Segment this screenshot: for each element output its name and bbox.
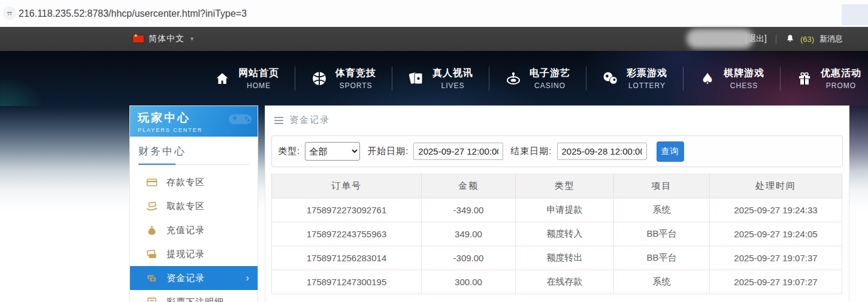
messages-link[interactable]: 新消息 [819, 34, 843, 44]
end-date-label: 结束日期: [510, 146, 552, 157]
nav-label-en: SPORTS [335, 81, 376, 90]
nav-label-zh: 优惠活动 [821, 67, 861, 80]
type-label: 类型: [278, 146, 300, 157]
page-title: 资金记录 [289, 114, 330, 126]
cell-amount: -349.00 [422, 198, 516, 222]
table-row: 1758972273092761 -349.00 申请提款 系统 2025-09… [272, 198, 842, 222]
sidebar-item-label: 充值记录 [167, 225, 205, 236]
nav-item-lottery[interactable]: 彩票游戏 LOTTERY [586, 67, 683, 90]
start-date-label: 开始日期: [367, 146, 409, 157]
nav-label-zh: 体育竞技 [335, 67, 376, 80]
col-amount: 金额 [422, 174, 516, 198]
list-icon [274, 117, 283, 124]
browser-toolbar-corner [842, 4, 868, 25]
funds-icon [146, 273, 158, 284]
nav-label-en: LIVES [433, 81, 473, 90]
sidebar-header: 玩家中心 PLAYERS CENTER [130, 106, 258, 137]
filter-bar: 类型: 全部 开始日期: 结束日期: 查询 [271, 135, 843, 167]
nav-label-zh: 真人视讯 [433, 67, 473, 80]
search-button[interactable]: 查询 [657, 141, 684, 162]
records-table: 订单号 金额 类型 项目 处理时间 1758972273092761 -349.… [271, 174, 842, 294]
bell-icon[interactable] [785, 34, 795, 44]
nav-label-en: PROMO [821, 81, 861, 90]
chevron-down-icon: ▼ [189, 36, 195, 42]
sidebar-subtitle: PLAYERS CENTER [138, 127, 258, 133]
lottery-balls-icon [601, 70, 619, 87]
utility-bar-right: [退出] (63) 新消息 [745, 34, 843, 44]
type-select[interactable]: 全部 [305, 142, 360, 161]
deposit-card-icon [146, 177, 158, 188]
section-underline [138, 164, 249, 165]
sidebar-item-deposit-zone[interactable]: 存款专区 [130, 170, 258, 194]
message-count[interactable]: (63) [800, 35, 814, 44]
sidebar-item-withdraw-zone[interactable]: 取款专区 [130, 194, 258, 218]
cash-out-icon [146, 249, 158, 260]
col-type: 类型 [516, 174, 614, 198]
main-panel: 资金记录 类型: 全部 开始日期: 结束日期: 查询 订单号 金额 [265, 106, 849, 302]
sidebar-item-label: 资金记录 [167, 273, 205, 284]
sidebar-item-lottery-bet-detail[interactable]: 彩票下注明细 [130, 290, 258, 302]
nav-label-zh: 电子游艺 [530, 67, 570, 80]
nav-label-zh: 网站首页 [238, 67, 279, 80]
nav-item-lives[interactable]: 真人视讯 LIVES [392, 67, 489, 90]
site-info-icon[interactable] [3, 7, 16, 20]
sidebar-item-label: 取款专区 [167, 201, 205, 212]
nav-label-zh: 彩票游戏 [627, 67, 667, 80]
table-row: 1758971256283014 -309.00 额度转出 BB平台 2025-… [272, 246, 842, 270]
table-row: 1758972243755963 349.00 额度转入 BB平台 2025-0… [272, 222, 842, 246]
cell-type: 额度转入 [516, 222, 614, 246]
language-selector[interactable]: 简体中文 ▼ [133, 34, 195, 44]
sidebar-item-funds-record[interactable]: 资金记录 › [130, 266, 258, 290]
main-nav: 网站首页 HOME 体育竞技 SPORTS [0, 51, 868, 106]
cell-order-no: 1758971247300195 [272, 270, 422, 294]
cell-process-time: 2025-09-27 19:24:33 [710, 198, 842, 222]
sidebar-item-label: 提现记录 [167, 249, 205, 260]
cell-amount: -309.00 [422, 246, 516, 270]
money-bag-icon [146, 225, 158, 236]
nav-item-sports[interactable]: 体育竞技 SPORTS [295, 67, 392, 90]
col-process-time: 处理时间 [710, 174, 842, 198]
nav-item-casino[interactable]: 电子游艺 CASINO [489, 67, 586, 90]
cell-order-no: 1758972243755963 [272, 222, 422, 246]
col-order-no: 订单号 [272, 174, 422, 198]
nav-item-chess[interactable]: ♠ 棋牌游戏 CHESS [683, 67, 780, 90]
cell-process-time: 2025-09-27 19:07:27 [710, 270, 842, 294]
nav-label-zh: 棋牌游戏 [724, 67, 764, 80]
cell-amount: 300.00 [422, 270, 516, 294]
nav-label-en: CHESS [724, 81, 764, 90]
withdraw-hand-icon [146, 201, 158, 212]
sidebar-section-label: 财务中心 [138, 144, 249, 158]
chevron-right-icon: › [246, 272, 250, 284]
end-date-input[interactable] [557, 143, 647, 160]
divider [776, 35, 776, 44]
cell-project: BB平台 [614, 222, 710, 246]
main-header: 资金记录 [265, 106, 849, 134]
cell-type: 在线存款 [516, 270, 614, 294]
nav-item-home[interactable]: 网站首页 HOME [198, 67, 295, 90]
sidebar-item-label: 彩票下注明细 [167, 297, 224, 302]
site-info-glyph [6, 10, 13, 17]
table-header-row: 订单号 金额 类型 项目 处理时间 [272, 174, 842, 198]
url-text[interactable]: 216.118.235.52:8783/hhcp/usercenter.html… [19, 0, 247, 27]
cell-type: 额度转出 [516, 246, 614, 270]
nav-label-en: HOME [238, 81, 279, 90]
col-project: 项目 [614, 174, 710, 198]
browser-address-bar[interactable]: 216.118.235.52:8783/hhcp/usercenter.html… [0, 0, 868, 27]
redacted-username [686, 29, 754, 49]
cell-process-time: 2025-09-27 19:07:37 [710, 246, 842, 270]
cell-process-time: 2025-09-27 19:24:05 [710, 222, 842, 246]
nav-item-promo[interactable]: 优惠活动 PROMO [780, 67, 868, 90]
sidebar-menu: 存款专区 取款专区 充值记录 提现记录 [130, 170, 258, 302]
cell-order-no: 1758971256283014 [272, 246, 422, 270]
document-icon [146, 297, 158, 302]
sidebar-item-recharge-record[interactable]: 充值记录 [130, 218, 258, 242]
sidebar-item-withdrawal-record[interactable]: 提现记录 [130, 242, 258, 266]
page: 216.118.235.52:8783/hhcp/usercenter.html… [0, 0, 868, 302]
sports-ball-icon [310, 70, 328, 87]
start-date-input[interactable] [413, 143, 503, 160]
cards-icon [407, 70, 425, 87]
home-icon [213, 70, 231, 87]
sidebar: 玩家中心 PLAYERS CENTER 财务中心 存款专区 [130, 106, 258, 302]
nav-label-en: CASINO [530, 81, 570, 90]
gamepad-icon [228, 110, 253, 128]
